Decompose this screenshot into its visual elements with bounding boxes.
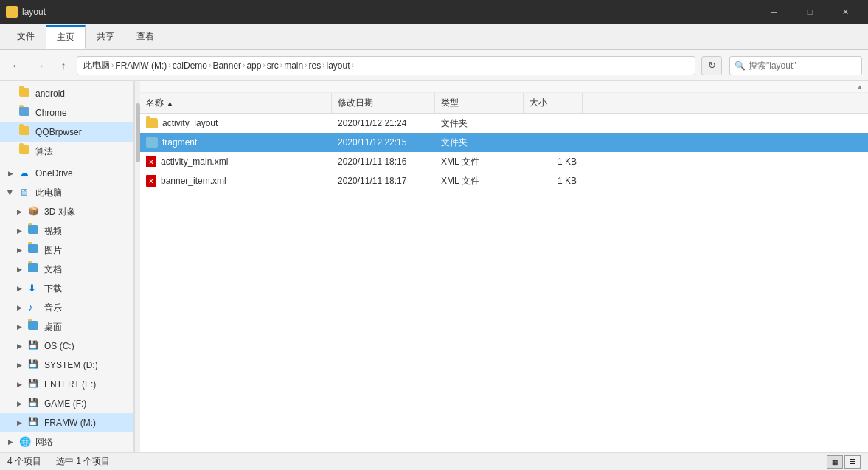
- expand-arrow-game[interactable]: ▶: [15, 399, 24, 408]
- col-header-type[interactable]: 类型: [435, 93, 524, 113]
- path-segment-banner[interactable]: Banner: [212, 61, 241, 71]
- file-date-cell: 2020/11/11 18:17: [332, 171, 435, 190]
- expand-arrow-osc[interactable]: ▶: [15, 342, 24, 350]
- sidebar-item-framw[interactable]: ▶ 💾 FRAMW (M:): [0, 413, 133, 432]
- expand-arrow-docs[interactable]: ▶: [15, 265, 24, 274]
- path-segment-app[interactable]: app: [246, 61, 261, 71]
- expand-arrow-system[interactable]: ▶: [15, 361, 24, 370]
- back-button[interactable]: ←: [6, 55, 27, 76]
- sidebar-label-osc: OS (C:): [44, 341, 74, 351]
- expand-arrow-3d[interactable]: ▶: [15, 207, 24, 216]
- path-segment-res[interactable]: res: [309, 61, 322, 71]
- sidebar-label-android: android: [35, 89, 65, 99]
- sidebar-item-downloads[interactable]: ▶ ⬇ 下载: [0, 279, 133, 298]
- sidebar-label-framw: FRAMW (M:): [44, 418, 96, 428]
- search-input[interactable]: [749, 61, 859, 71]
- sidebar-item-docs[interactable]: ▶ 文档: [0, 260, 133, 279]
- address-bar[interactable]: 此电脑 › FRAMW (M:) › calDemo › Banner › ap…: [77, 56, 695, 75]
- search-box[interactable]: 🔍: [729, 56, 862, 75]
- folder-icon-qqbrowser: [19, 126, 31, 138]
- expand-arrow-desktop[interactable]: ▶: [15, 322, 24, 331]
- col-header-name[interactable]: 名称 ▲: [140, 93, 332, 113]
- expand-arrow-video[interactable]: ▶: [15, 227, 24, 235]
- up-button[interactable]: ↑: [53, 55, 74, 76]
- file-date-cell: 2020/11/12 22:15: [332, 133, 435, 152]
- minimize-button[interactable]: ─: [757, 0, 791, 24]
- sidebar-item-video[interactable]: ▶ 视频: [0, 221, 133, 241]
- expand-arrow-pictures[interactable]: ▶: [15, 246, 24, 255]
- title-icon: [6, 6, 18, 18]
- table-row[interactable]: activity_layout 2020/11/12 21:24 文件夹: [140, 114, 868, 133]
- path-segment-src[interactable]: src: [267, 61, 279, 71]
- file-type: 文件夹: [441, 136, 468, 149]
- sidebar-scrollbar[interactable]: [134, 81, 140, 452]
- expand-arrow-onedrive[interactable]: ▶: [6, 169, 15, 178]
- folder-icon: [146, 118, 158, 128]
- refresh-button[interactable]: ↻: [701, 56, 722, 75]
- sidebar-item-network[interactable]: ▶ 🌐 网络: [0, 432, 133, 452]
- path-segment-layout[interactable]: layout: [327, 61, 350, 71]
- table-row[interactable]: activity_main.xml 2020/11/11 18:16 XML 文…: [140, 152, 868, 171]
- tab-home[interactable]: 主页: [46, 25, 86, 49]
- sidebar-item-qqbrowser[interactable]: QQBrpwser: [0, 122, 133, 142]
- file-date: 2020/11/11 18:16: [338, 156, 406, 167]
- table-row[interactable]: banner_item.xml 2020/11/11 18:17 XML 文件 …: [140, 171, 868, 190]
- folder-icon-chrome: [19, 107, 31, 119]
- sidebar-item-system[interactable]: ▶ 💾 SYSTEM (D:): [0, 356, 133, 375]
- sidebar-label-music: 音乐: [44, 302, 62, 314]
- download-icon: ⬇: [28, 283, 40, 294]
- sidebar-item-3d[interactable]: ▶ 📦 3D 对象: [0, 202, 133, 221]
- maximize-button[interactable]: □: [793, 0, 827, 24]
- sidebar-label-game: GAME (F:): [44, 398, 86, 409]
- folder-icon-video: [28, 225, 40, 237]
- cloud-icon-onedrive: ☁: [19, 167, 31, 179]
- sidebar-item-music[interactable]: ▶ ♪ 音乐: [0, 298, 133, 317]
- file-date: 2020/11/11 18:17: [338, 176, 406, 186]
- tab-view[interactable]: 查看: [125, 25, 165, 48]
- file-type: XML 文件: [441, 175, 479, 187]
- path-segment-thispc[interactable]: 此电脑: [83, 59, 110, 72]
- close-button[interactable]: ✕: [828, 0, 862, 24]
- drive-icon-e: 💾: [28, 379, 40, 390]
- sidebar-item-desktop[interactable]: ▶ 桌面: [0, 317, 133, 336]
- sidebar-item-suanfa[interactable]: 算法: [0, 142, 133, 161]
- expand-arrow-network[interactable]: ▶: [6, 438, 15, 446]
- file-type-cell: XML 文件: [435, 152, 524, 171]
- sidebar-label-docs: 文档: [44, 263, 62, 276]
- forward-button[interactable]: →: [29, 55, 50, 76]
- tab-share[interactable]: 共享: [86, 25, 125, 48]
- col-header-date[interactable]: 修改日期: [332, 93, 435, 113]
- file-list: activity_layout 2020/11/12 21:24 文件夹 fra…: [140, 114, 868, 452]
- expand-arrow-entert[interactable]: ▶: [15, 380, 24, 389]
- path-segment-caldemo[interactable]: calDemo: [173, 61, 207, 71]
- file-name-cell: activity_layout: [140, 114, 332, 133]
- file-date: 2020/11/12 21:24: [338, 118, 406, 128]
- col-header-size[interactable]: 大小: [524, 93, 583, 113]
- expand-arrow-music[interactable]: ▶: [15, 303, 24, 312]
- view-toggle: ▦ ☰: [827, 455, 861, 469]
- sidebar-item-android[interactable]: android: [0, 84, 133, 103]
- drive-icon-m: 💾: [28, 417, 40, 429]
- expand-arrow-framw[interactable]: ▶: [15, 418, 24, 427]
- expand-arrow-thispc[interactable]: ▶: [6, 188, 15, 197]
- sidebar-item-osc[interactable]: ▶ 💾 OS (C:): [0, 336, 133, 356]
- list-view-button[interactable]: ☰: [844, 455, 861, 469]
- sidebar-label-desktop: 桌面: [44, 321, 62, 334]
- tab-file[interactable]: 文件: [6, 25, 46, 48]
- file-size: 1 KB: [558, 176, 577, 186]
- sidebar-item-onedrive[interactable]: ▶ ☁ OneDrive: [0, 164, 133, 183]
- grid-view-button[interactable]: ▦: [827, 455, 843, 469]
- path-segment-framw[interactable]: FRAMW (M:): [115, 61, 167, 71]
- sidebar-item-chrome[interactable]: Chrome: [0, 103, 133, 122]
- sidebar-scrollbar-thumb[interactable]: [136, 103, 140, 162]
- file-type-cell: XML 文件: [435, 171, 524, 190]
- sidebar-item-game[interactable]: ▶ 💾 GAME (F:): [0, 394, 133, 413]
- table-row[interactable]: fragment 2020/11/12 22:15 文件夹: [140, 133, 868, 152]
- sidebar-item-entert[interactable]: ▶ 💾 ENTERT (E:): [0, 375, 133, 394]
- sidebar-item-thispc[interactable]: ▶ 🖥 此电脑: [0, 183, 133, 202]
- sidebar-label-3d: 3D 对象: [44, 206, 76, 218]
- drive-icon-c: 💾: [28, 340, 40, 352]
- expand-arrow-downloads[interactable]: ▶: [15, 284, 24, 293]
- path-segment-main[interactable]: main: [284, 61, 303, 71]
- sidebar-item-pictures[interactable]: ▶ 图片: [0, 241, 133, 260]
